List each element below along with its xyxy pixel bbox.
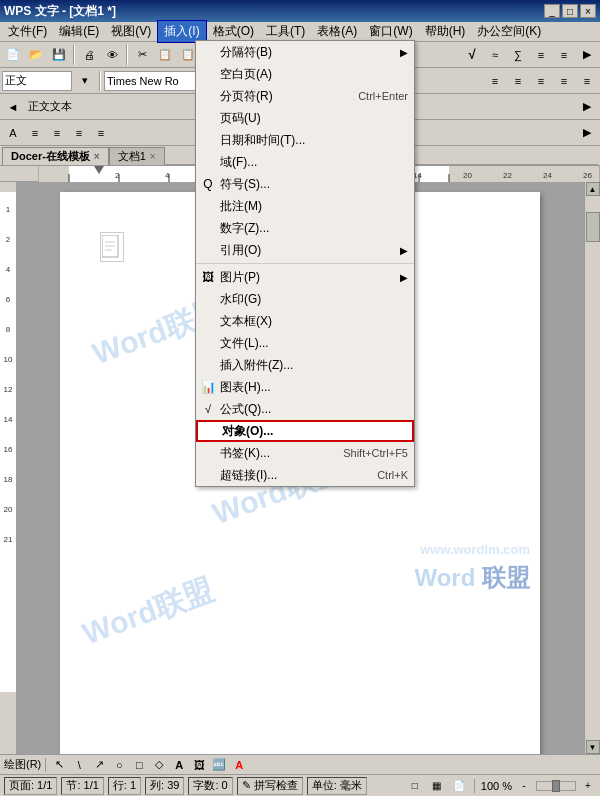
menu-file-item[interactable]: 文件(L)... — [196, 332, 414, 354]
menu-symbol[interactable]: Q 符号(S)... — [196, 173, 414, 195]
tab-docer[interactable]: Docer-在线模板 × — [2, 147, 109, 165]
draw-diamond[interactable]: ◇ — [150, 756, 168, 774]
line-spacing[interactable]: ≡ — [576, 70, 598, 92]
menu-comment[interactable]: 批注(M) — [196, 195, 414, 217]
style-dropdown[interactable]: ▾ — [74, 70, 96, 92]
menu-picture[interactable]: 🖼 图片(P) ▶ — [196, 266, 414, 288]
scroll-up-button[interactable]: ▲ — [586, 182, 600, 196]
menu-view[interactable]: 视图(V) — [105, 21, 157, 42]
paragraph-style-input[interactable] — [2, 71, 72, 91]
formula-button[interactable]: √ — [461, 44, 483, 66]
scrollbar-right[interactable]: ▲ ▼ — [584, 182, 600, 754]
format-btn6[interactable]: ▶ — [576, 122, 598, 144]
draw-text[interactable]: A — [170, 756, 188, 774]
menu-file[interactable]: 文件(F) — [2, 21, 53, 42]
menu-page-break[interactable]: 分页符(R) Ctrl+Enter — [196, 85, 414, 107]
menu-edit[interactable]: 编辑(E) — [53, 21, 105, 42]
svg-text:14: 14 — [4, 415, 13, 424]
align-right[interactable]: ≡ — [530, 70, 552, 92]
menu-object-label: 对象(O)... — [222, 423, 273, 440]
reference-arrow: ▶ — [400, 245, 408, 256]
view-web[interactable]: ▦ — [428, 777, 446, 795]
menu-chart[interactable]: 📊 图表(H)... — [196, 376, 414, 398]
view-normal[interactable]: □ — [406, 777, 424, 795]
menu-tools[interactable]: 工具(T) — [260, 21, 311, 42]
draw-textbox[interactable]: 🔤 — [210, 756, 228, 774]
menu-blank-page[interactable]: 空白页(A) — [196, 63, 414, 85]
menu-help[interactable]: 帮助(H) — [419, 21, 472, 42]
sep1 — [73, 45, 75, 65]
draw-image[interactable]: 🖼 — [190, 756, 208, 774]
menu-table[interactable]: 表格(A) — [311, 21, 363, 42]
align-center[interactable]: ≡ — [507, 70, 529, 92]
menu-bar: 文件(F) 编辑(E) 视图(V) 插入(I) 格式(O) 工具(T) 表格(A… — [0, 22, 600, 42]
draw-btn3[interactable]: ↗ — [90, 756, 108, 774]
scroll-down-button[interactable]: ▼ — [586, 740, 600, 754]
toolbar-extra4[interactable]: ≡ — [553, 44, 575, 66]
copy-button[interactable]: 📋 — [154, 44, 176, 66]
draw-rect[interactable]: □ — [130, 756, 148, 774]
save-button[interactable]: 💾 — [48, 44, 70, 66]
menu-reference[interactable]: 引用(O) ▶ — [196, 239, 414, 261]
menu-comment-label: 批注(M) — [220, 198, 262, 215]
menu-window[interactable]: 窗口(W) — [363, 21, 418, 42]
font-name-input[interactable] — [104, 71, 199, 91]
print-button[interactable]: 🖨 — [78, 44, 100, 66]
decrease-indent[interactable]: ◄ — [2, 96, 24, 118]
scroll-thumb[interactable] — [586, 212, 600, 242]
menu-formula[interactable]: √ 公式(Q)... — [196, 398, 414, 420]
menu-office[interactable]: 办公空间(K) — [471, 21, 547, 42]
align-justify[interactable]: ≡ — [553, 70, 575, 92]
menu-field[interactable]: 域(F)... — [196, 151, 414, 173]
menu-number[interactable]: 数字(Z)... — [196, 217, 414, 239]
picture-arrow: ▶ — [400, 272, 408, 283]
draw-fontcolor[interactable]: A — [230, 756, 248, 774]
menu-textbox[interactable]: 文本框(X) — [196, 310, 414, 332]
menu-hyperlink[interactable]: 超链接(I)... Ctrl+K — [196, 464, 414, 486]
format-btn1[interactable]: A — [2, 122, 24, 144]
new-button[interactable]: 📄 — [2, 44, 24, 66]
zoom-in-button[interactable]: + — [580, 778, 596, 794]
toolbar-extra1[interactable]: ≈ — [484, 44, 506, 66]
menu-sep-line1 — [196, 263, 414, 264]
menu-page-number-label: 页码(U) — [220, 110, 261, 127]
toolbar3-extra[interactable]: ▶ — [576, 96, 598, 118]
menu-bookmark[interactable]: 书签(K)... Shift+Ctrl+F5 — [196, 442, 414, 464]
close-button[interactable]: × — [580, 4, 596, 18]
menu-hyperlink-label: 超链接(I)... — [220, 467, 277, 484]
menu-separator-item[interactable]: 分隔符(B) ▶ — [196, 41, 414, 63]
zoom-slider[interactable] — [536, 781, 576, 791]
format-btn4[interactable]: ≡ — [68, 122, 90, 144]
menu-format[interactable]: 格式(O) — [207, 21, 260, 42]
draw-btn1[interactable]: ↖ — [50, 756, 68, 774]
page-break-shortcut: Ctrl+Enter — [358, 90, 408, 102]
preview-button[interactable]: 👁 — [101, 44, 123, 66]
view-print[interactable]: 📄 — [450, 777, 468, 795]
draw-ellipse[interactable]: ○ — [110, 756, 128, 774]
draw-btn2[interactable]: \ — [70, 756, 88, 774]
tab-doc1-close[interactable]: × — [150, 151, 156, 162]
svg-text:1: 1 — [6, 205, 11, 214]
maximize-button[interactable]: □ — [562, 4, 578, 18]
menu-page-number[interactable]: 页码(U) — [196, 107, 414, 129]
svg-text:8: 8 — [6, 325, 11, 334]
tab-docer-close[interactable]: × — [94, 151, 100, 162]
menu-watermark[interactable]: 水印(G) — [196, 288, 414, 310]
open-button[interactable]: 📂 — [25, 44, 47, 66]
formula-icon: √ — [200, 403, 216, 415]
menu-object[interactable]: 对象(O)... — [196, 420, 414, 442]
zoom-out-button[interactable]: - — [516, 778, 532, 794]
format-btn2[interactable]: ≡ — [24, 122, 46, 144]
format-btn5[interactable]: ≡ — [90, 122, 112, 144]
align-left[interactable]: ≡ — [484, 70, 506, 92]
cut-button[interactable]: ✂ — [131, 44, 153, 66]
format-btn3[interactable]: ≡ — [46, 122, 68, 144]
toolbar-extra5[interactable]: ▶ — [576, 44, 598, 66]
minimize-button[interactable]: _ — [544, 4, 560, 18]
tab-doc1[interactable]: 文档1 × — [109, 147, 165, 165]
toolbar-extra3[interactable]: ≡ — [530, 44, 552, 66]
status-spellcheck[interactable]: ✎ 拼写检查 — [237, 777, 303, 795]
menu-datetime[interactable]: 日期和时间(T)... — [196, 129, 414, 151]
menu-attach[interactable]: 插入附件(Z)... — [196, 354, 414, 376]
toolbar-extra2[interactable]: ∑ — [507, 44, 529, 66]
